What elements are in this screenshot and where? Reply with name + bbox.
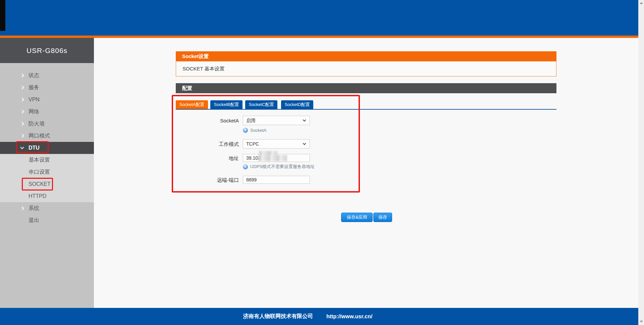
- work-mode-select[interactable]: TCPC: [243, 139, 310, 149]
- device-name: USR-G806s: [0, 38, 94, 63]
- top-header: [0, 0, 638, 36]
- sidebar-item-firewall[interactable]: 防火墙: [0, 118, 94, 130]
- chevron-right-icon: [20, 110, 24, 113]
- sidebar-item-basic-settings[interactable]: 基本设置: [0, 154, 94, 166]
- socketa-hint: SocketA: [243, 127, 266, 133]
- sidebar-item-logout[interactable]: 退出: [0, 214, 94, 226]
- sidebar-item-port-mode[interactable]: 网口模式: [0, 130, 94, 142]
- tab-underline: [176, 109, 556, 110]
- sidebar-item-serial-settings[interactable]: 串口设置: [0, 166, 94, 178]
- scrollbar-down-arrow[interactable]: [640, 321, 643, 323]
- sidebar-item-services[interactable]: 服务: [0, 82, 94, 94]
- address-label: 地址: [182, 155, 239, 162]
- chevron-right-icon: [20, 98, 24, 101]
- sidebar-item-network[interactable]: 网络: [0, 106, 94, 118]
- page: R 有人物联网 工业物联网通信专家 有人在认真做事!: [0, 0, 644, 325]
- remote-port-label: 远端-端口: [182, 177, 239, 183]
- chevron-right-icon: [20, 122, 24, 125]
- chevron-right-icon: [20, 206, 24, 210]
- sidebar-item-socket[interactable]: SOCKET: [0, 178, 94, 190]
- panel-subtitle-box: SOCKET 基本设置: [176, 61, 556, 76]
- chevron-right-icon: [20, 73, 24, 77]
- save-apply-button[interactable]: 保存&应用: [341, 213, 373, 222]
- socketa-select[interactable]: 启用: [243, 116, 310, 125]
- chevron-down-icon: [20, 145, 24, 149]
- footer-company: 济南有人物联网技术有限公司: [243, 313, 313, 320]
- chevron-right-icon: [20, 86, 24, 89]
- address-hint: UDPS模式不需要设置服务器地址: [243, 164, 315, 169]
- sidebar-menu: 状态 服务 VPN 网络 防火墙 网口模式 DTU 基本设置 串口设置 SOCK…: [0, 69, 94, 226]
- select-caret-icon: [303, 118, 306, 122]
- page-scrollbar[interactable]: [638, 0, 644, 325]
- chevron-right-icon: [20, 134, 24, 138]
- sidebar-item-dtu[interactable]: DTU: [0, 142, 94, 154]
- panel-title-bar: Socket设置: [176, 51, 556, 61]
- tab-socket-a[interactable]: SocketA配置: [176, 100, 208, 109]
- remote-port-input[interactable]: 8899: [243, 176, 310, 184]
- footer-url-link[interactable]: http://www.usr.cn/: [326, 314, 372, 320]
- censored-region: [258, 155, 287, 161]
- sidebar-item-status[interactable]: 状态: [0, 69, 94, 82]
- config-section-bar: 配置: [176, 83, 556, 93]
- tab-socket-c[interactable]: SocketC配置: [245, 100, 277, 109]
- socketa-label: SocketA: [182, 118, 239, 123]
- window-edge: [0, 0, 5, 31]
- sidebar-item-httpd[interactable]: HTTPD: [0, 190, 94, 202]
- help-icon: [243, 164, 248, 169]
- help-icon: [243, 128, 248, 133]
- sidebar-item-vpn[interactable]: VPN: [0, 94, 94, 106]
- work-mode-label: 工作模式: [182, 141, 239, 148]
- main-content-area: [94, 38, 638, 308]
- header-accent-line: [0, 36, 638, 38]
- tab-socket-d[interactable]: SocketD配置: [281, 100, 313, 109]
- scrollbar-up-arrow[interactable]: [640, 2, 643, 4]
- sidebar-item-system[interactable]: 系统: [0, 202, 94, 214]
- footer: 济南有人物联网技术有限公司 http://www.usr.cn/: [0, 308, 638, 325]
- tab-socket-b[interactable]: SocketB配置: [210, 100, 243, 109]
- save-button[interactable]: 保存: [373, 213, 392, 222]
- select-caret-icon: [303, 142, 306, 145]
